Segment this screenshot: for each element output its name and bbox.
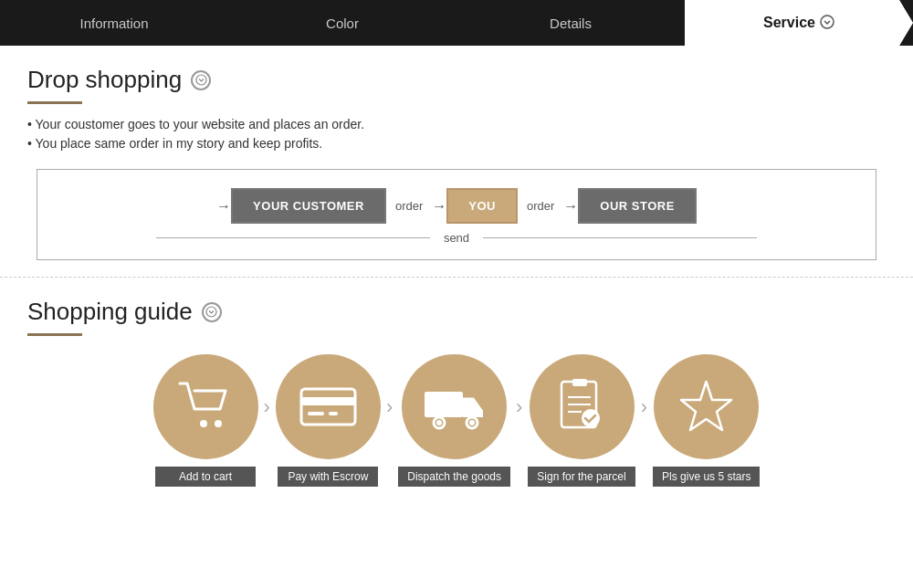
chevron-2: ›: [381, 395, 398, 419]
flow-box-customer: YOUR CUSTOMER: [231, 188, 386, 224]
guide-step-sign: Sign for the parcel: [528, 354, 635, 487]
flow-box-you: YOU: [446, 188, 518, 224]
svg-point-3: [200, 420, 207, 427]
drop-shopping-bullets: Your coustomer goes to your website and …: [27, 117, 886, 151]
guide-circle-sign: [530, 354, 635, 459]
svg-rect-7: [308, 412, 324, 415]
guide-circle-dispatch: [402, 354, 507, 459]
svg-rect-5: [301, 389, 355, 425]
flow-row: → YOUR CUSTOMER order → YOU order → OUR …: [65, 188, 848, 224]
step-label-sign: Sign for the parcel: [528, 467, 635, 487]
svg-rect-15: [572, 379, 587, 386]
chevron-1: ›: [258, 395, 276, 419]
guide-circle-pay: [276, 354, 381, 459]
svg-point-1: [196, 75, 206, 85]
shopping-guide-section: Shopping guide Add to cart ›: [0, 278, 913, 505]
flow-diagram: → YOUR CUSTOMER order → YOU order → OUR …: [37, 169, 876, 260]
svg-point-0: [821, 16, 834, 28]
svg-point-12: [436, 420, 442, 425]
nav-service[interactable]: Service: [685, 0, 913, 46]
svg-rect-6: [301, 397, 355, 405]
flow-box-store: OUR STORE: [578, 188, 697, 224]
service-dropdown-icon: [820, 15, 834, 32]
drop-shopping-section: Drop shopping Your coustomer goes to you…: [0, 46, 913, 278]
flow-start-arrow: →: [216, 198, 231, 215]
step-label-dispatch: Dispatch the goods: [398, 467, 510, 487]
flow-label-1: order: [386, 199, 432, 213]
svg-rect-9: [425, 392, 463, 417]
bullet-1: Your coustomer goes to your website and …: [27, 117, 886, 131]
guide-circle-stars: [654, 354, 759, 459]
nav-information[interactable]: Information: [0, 0, 228, 46]
step-label-cart: Add to cart: [155, 467, 256, 487]
guide-step-pay: Pay with Escrow: [276, 354, 381, 487]
chevron-3: ›: [510, 395, 528, 419]
flow-arrow-2: →: [563, 198, 578, 215]
top-navigation: Information Color Details Service: [0, 0, 913, 46]
drop-shopping-title: Drop shopping: [27, 66, 886, 94]
step-label-pay: Pay with Escrow: [278, 467, 378, 487]
send-line-right: [483, 237, 757, 238]
guide-dropdown-icon: [202, 302, 222, 322]
guide-circle-cart: [153, 354, 258, 459]
flow-send-row: send: [65, 231, 848, 245]
step-label-stars: Pls give us 5 stars: [653, 467, 760, 487]
nav-details[interactable]: Details: [456, 0, 685, 46]
guide-step-dispatch: Dispatch the goods: [398, 354, 510, 487]
svg-rect-8: [329, 412, 338, 415]
guide-step-stars: Pls give us 5 stars: [653, 354, 760, 487]
chevron-4: ›: [635, 395, 653, 419]
send-line-left: [156, 237, 430, 238]
guide-title-underline: [27, 333, 82, 336]
svg-marker-20: [681, 382, 731, 430]
svg-point-13: [469, 420, 475, 425]
title-underline: [27, 101, 82, 104]
flow-arrow-1: →: [432, 198, 446, 215]
send-label: send: [430, 231, 483, 245]
flow-label-2: order: [518, 199, 563, 213]
bullet-2: You place same order in my story and kee…: [27, 136, 886, 151]
svg-point-2: [206, 307, 216, 317]
guide-steps-row: Add to cart › Pay with Escrow ›: [27, 354, 886, 487]
shopping-guide-title: Shopping guide: [27, 298, 886, 326]
title-dropdown-icon: [191, 70, 211, 90]
svg-point-4: [215, 420, 222, 427]
nav-color[interactable]: Color: [228, 0, 456, 46]
guide-step-cart: Add to cart: [153, 354, 258, 487]
